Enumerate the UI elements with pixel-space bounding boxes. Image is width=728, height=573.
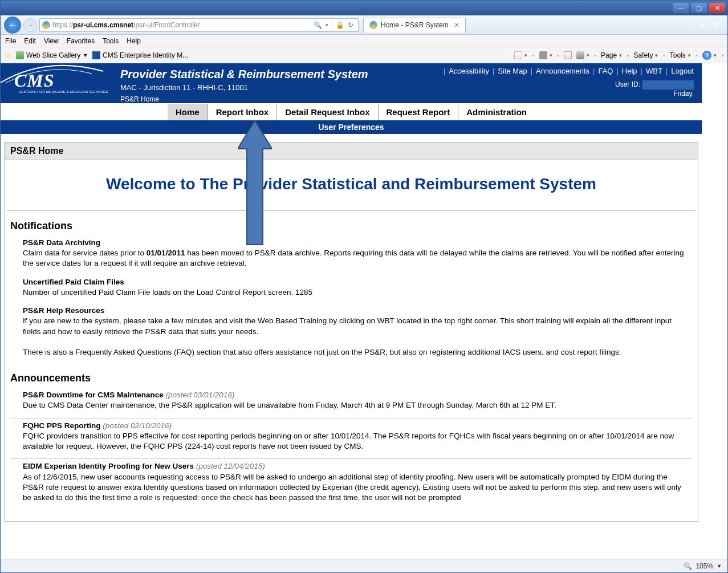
cmd-tools[interactable]: Tools (670, 51, 691, 59)
home-icon[interactable]: ⌂ (689, 21, 693, 30)
lock-icon: 🔒 (336, 21, 344, 29)
window-titlebar: — ▢ ✕ (1, 1, 727, 15)
arrow-left-icon: ← (8, 20, 17, 30)
browser-window: — ▢ ✕ ← → https://psr-ui.cms.cmsnet/psr-… (0, 0, 728, 573)
window-minimize-button[interactable]: — (673, 3, 689, 13)
cmd-feeds[interactable] (539, 51, 552, 59)
cmd-page[interactable]: Page (601, 51, 622, 59)
logo-arc-icon (1, 63, 109, 88)
sub-nav-user-prefs[interactable]: User Preferences (1, 120, 702, 134)
menu-bar: File Edit View Favorites Tools Help (1, 35, 727, 47)
mail-icon (564, 51, 572, 59)
window-close-button[interactable]: ✕ (709, 3, 725, 13)
nav-administration[interactable]: Administration (458, 104, 535, 120)
link-faq[interactable]: FAQ (598, 67, 613, 75)
cmd-mail[interactable] (564, 51, 572, 59)
date-label: Friday, (615, 90, 694, 97)
menu-help[interactable]: Help (127, 37, 141, 45)
browser-tab[interactable]: Home - PS&R System ✕ (363, 18, 466, 32)
menu-file[interactable]: File (5, 37, 16, 45)
back-button[interactable]: ← (4, 17, 21, 34)
link-announcements[interactable]: Announcements (536, 67, 589, 75)
announcement-item: PS&R Downtime for CMS Maintenance (poste… (10, 388, 692, 418)
menu-view[interactable]: View (44, 37, 59, 45)
nav-detail-request-inbox[interactable]: Detail Request Inbox (277, 104, 378, 120)
nav-home[interactable]: Home (168, 104, 208, 120)
cmd-help[interactable]: ? (702, 51, 717, 60)
fav-web-slice[interactable]: Web Slice Gallery ▼ (16, 51, 88, 59)
nav-request-report[interactable]: Request Report (379, 104, 459, 120)
webslice-icon (16, 51, 24, 59)
welcome-heading: Welcome to The Provider Statistical and … (7, 160, 696, 211)
arrow-right-icon: → (26, 21, 34, 30)
status-bar: 🔍 105% ▼ (1, 559, 727, 572)
tab-strip: Home - PS&R System ✕ (363, 18, 682, 32)
url-text: https://psr-ui.cms.cmsnet/psr-ui/FrontCo… (52, 21, 309, 29)
refresh-icon[interactable]: ↻ (348, 21, 353, 29)
page-viewport[interactable]: CMS CENTERS FOR MEDICARE & MEDICAID SERV… (1, 63, 727, 559)
notification-item: Uncertified Paid Claim Files Number of u… (5, 275, 698, 303)
cmd-print[interactable] (576, 51, 589, 59)
address-bar[interactable]: https://psr-ui.cms.cmsnet/psr-ui/FrontCo… (39, 18, 359, 32)
settings-icon[interactable]: ⚙ (712, 21, 719, 30)
search-icon[interactable]: 🔍 (314, 21, 322, 29)
print-icon (576, 51, 584, 59)
cms-header: CMS CENTERS FOR MEDICARE & MEDICAID SERV… (1, 63, 702, 134)
announcements-heading: Announcements (5, 363, 698, 388)
window-tools: ⌂ ★ ⚙ (684, 21, 724, 30)
tab-title: Home - PS&R System (381, 21, 449, 29)
favorites-icon[interactable]: ★ (699, 21, 706, 30)
link-accessibility[interactable]: Accessibility (449, 67, 489, 75)
link-help[interactable]: Help (622, 67, 637, 75)
cms-logo: CMS CENTERS FOR MEDICARE & MEDICAID SERV… (1, 63, 120, 103)
zoom-level[interactable]: 105% (696, 562, 713, 570)
window-maximize-button[interactable]: ▢ (691, 3, 707, 13)
zoom-icon[interactable]: 🔍 (684, 562, 692, 570)
cms-page: CMS CENTERS FOR MEDICARE & MEDICAID SERV… (1, 63, 702, 559)
menu-tools[interactable]: Tools (103, 37, 119, 45)
link-wbt[interactable]: WBT (646, 67, 662, 75)
section-title: PS&R Home (4, 142, 698, 160)
ie-icon (42, 21, 50, 29)
user-id-redacted (642, 80, 694, 90)
zoom-dropdown-icon[interactable]: ▼ (717, 563, 722, 569)
home-page-icon (514, 51, 522, 59)
main-nav: Home Report Inbox Detail Request Inbox R… (1, 103, 702, 120)
announcement-item: FQHC PPS Reporting (posted 02/10/2016) F… (10, 418, 692, 460)
menu-favorites[interactable]: Favorites (67, 37, 95, 45)
nav-report-inbox[interactable]: Report Inbox (208, 104, 278, 120)
announcement-item: EIDM Experian Identity Proofing for New … (10, 459, 692, 510)
browser-navbar: ← → https://psr-ui.cms.cmsnet/psr-ui/Fro… (1, 15, 727, 35)
fav-cms-identity[interactable]: CMS Enterprise Identity M... (92, 51, 188, 59)
content-area: PS&R Home Welcome to The Provider Statis… (1, 142, 702, 522)
add-favorite-icon[interactable]: ☆ (4, 51, 11, 60)
notification-item: PS&R Data Archiving Claim data for servi… (5, 235, 698, 275)
notifications-heading: Notifications (5, 211, 698, 235)
address-controls: 🔍▾ 🔒 ↻ (311, 21, 356, 30)
ie-icon (369, 21, 377, 29)
favorites-bar: ☆ Web Slice Gallery ▼ CMS Enterprise Ide… (1, 47, 727, 63)
feed-icon (539, 51, 547, 59)
header-links: |Accessibility |Site Map |Announcements … (444, 67, 694, 75)
cmd-safety[interactable]: Safety (633, 51, 658, 59)
cms-fav-icon (92, 51, 100, 59)
notification-item: PS&R Help Resources If you are new to th… (5, 303, 698, 363)
link-sitemap[interactable]: Site Map (498, 67, 527, 75)
cmd-home[interactable] (514, 51, 527, 59)
forward-button[interactable]: → (23, 18, 37, 32)
help-icon: ? (702, 51, 711, 60)
user-info: User ID: Friday, (615, 80, 694, 97)
link-logout[interactable]: Logout (671, 67, 694, 75)
menu-edit[interactable]: Edit (24, 37, 36, 45)
tab-close-icon[interactable]: ✕ (454, 21, 459, 29)
